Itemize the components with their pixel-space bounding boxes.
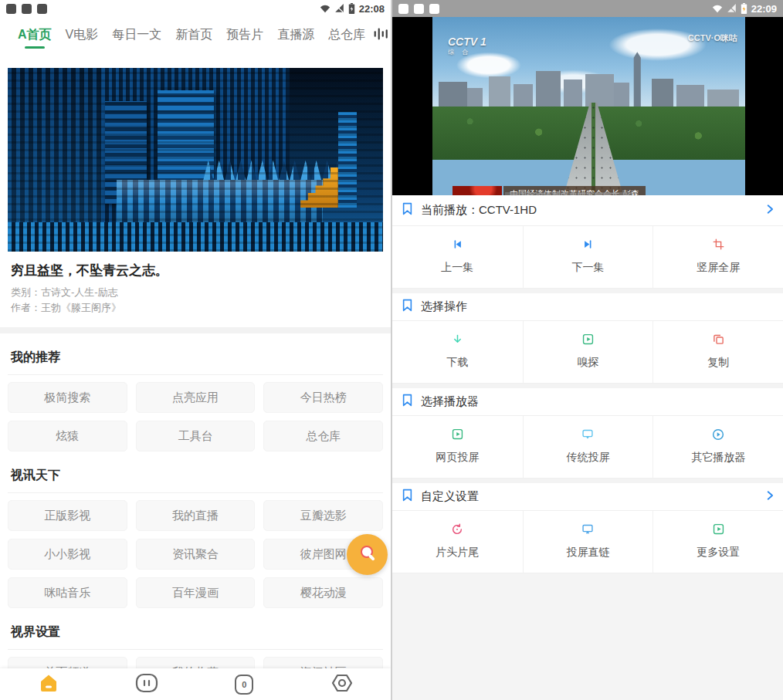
chevron-right-icon [764, 204, 775, 218]
right-phone-screen: 22:09 CCTV 1 综 [392, 0, 783, 700]
action-cell[interactable]: 更多设置 [652, 511, 783, 573]
status-time: 22:09 [751, 3, 777, 15]
tab[interactable]: 预告片 [219, 17, 270, 53]
action-cell[interactable]: 下一集 [523, 226, 653, 288]
action-label: 下一集 [571, 261, 604, 275]
tab[interactable]: 新首页 [168, 17, 219, 53]
shortcut-button[interactable]: 点亮应用 [136, 382, 256, 413]
shortcut-button[interactable]: 百年漫画 [136, 577, 256, 608]
now-playing-label: 当前播放：CCTV-1HD [421, 203, 537, 218]
action-cell[interactable]: 片头片尾 [392, 511, 523, 573]
shortcut-button[interactable]: 豆瓣选影 [263, 500, 383, 531]
notification-square [414, 4, 424, 14]
action-cell[interactable]: 嗅探 [523, 321, 653, 383]
action-label: 网页投屏 [436, 451, 479, 465]
shortcut-button[interactable]: 我的直播 [136, 500, 256, 531]
dual-screenshot-stage: 22:08 A首页V电影每日一文新首页预告片直播源总仓库 穷且益坚，不坠青云之志… [0, 0, 783, 700]
action-cell[interactable]: 下载 [392, 321, 523, 383]
home-icon [38, 673, 59, 696]
channel-watermark: CCTV·O咪咕 [688, 32, 737, 44]
shortcut-button[interactable]: 工具台 [136, 421, 256, 451]
zero-icon: 0 [235, 675, 253, 695]
action-label: 下载 [446, 356, 468, 370]
hairline-divider [8, 492, 383, 493]
video-player[interactable]: CCTV 1 综 合 CCTV·O咪咕 今晚关注 中国经济体制改革研究会会长 彭… [392, 17, 783, 195]
action-cell[interactable]: 复制 [652, 321, 783, 383]
shortcut-button[interactable]: 总仓库 [263, 421, 383, 451]
play-square-icon [713, 522, 724, 536]
tab-active[interactable]: A首页 [11, 17, 59, 53]
top-tab-bar: A首页V电影每日一文新首页预告片直播源总仓库 [0, 17, 391, 53]
decor [8, 68, 383, 252]
action-label: 嗅探 [577, 356, 598, 370]
action-label: 其它播放器 [691, 451, 745, 465]
nav-downloads[interactable]: 0 [195, 668, 293, 700]
action-label: 上一集 [441, 261, 473, 275]
action-cell[interactable]: 其它播放器 [652, 416, 783, 478]
news-globe-graphic: 晚间新闻 [453, 186, 502, 195]
action-label: 投屏直链 [566, 546, 609, 560]
play-square-icon [582, 333, 594, 346]
download-icon [452, 333, 463, 346]
section-header-label: 选择操作 [421, 299, 467, 314]
hairline-divider [8, 649, 383, 650]
shortcut-grid: 正版影视我的直播豆瓣选影小小影视资讯聚合彼岸图网咪咕音乐百年漫画樱花动漫 [0, 500, 391, 608]
decor [564, 79, 582, 110]
status-bar: 22:09 [392, 0, 783, 17]
shortcut-sections: 我的推荐极简搜索点亮应用今日热榜炫猿工具台总仓库视讯天下正版影视我的直播豆瓣选影… [0, 350, 391, 688]
shortcut-button[interactable]: 炫猿 [8, 421, 127, 451]
skip-next-icon [582, 238, 594, 251]
notification-square [6, 4, 16, 14]
action-cell[interactable]: 网页投屏 [392, 416, 523, 478]
shortcut-grid: 极简搜索点亮应用今日热榜炫猿工具台总仓库 [0, 382, 391, 451]
action-grid: 网页投屏传统投屏其它播放器 [392, 416, 783, 479]
pause-icon [135, 673, 158, 696]
now-playing-row[interactable]: 当前播放：CCTV-1HD [392, 195, 783, 226]
tab[interactable]: 直播源 [270, 17, 321, 53]
notification-square [22, 4, 32, 14]
quote-author: 作者：王勃《滕王阁序》 [11, 300, 380, 316]
section-header-label: 自定义设置 [421, 489, 479, 504]
shortcut-button[interactable]: 小小影视 [8, 539, 127, 570]
equalizer-icon[interactable] [372, 26, 391, 45]
section-header[interactable]: 自定义设置 [392, 483, 783, 511]
shortcut-button[interactable]: 咪咕音乐 [8, 577, 127, 608]
shortcut-button[interactable]: 樱花动漫 [263, 577, 383, 608]
nav-live[interactable] [98, 668, 196, 700]
settings-hex-icon [331, 673, 353, 696]
bottom-nav-bar: 0 [0, 668, 391, 700]
shortcut-button[interactable]: 今日热榜 [263, 382, 383, 413]
left-phone-screen: 22:08 A首页V电影每日一文新首页预告片直播源总仓库 穷且益坚，不坠青云之志… [0, 0, 391, 700]
action-cell[interactable]: 竖屏全屏 [652, 226, 783, 288]
section-title: 视讯天下 [11, 468, 380, 484]
shortcut-section: 我的推荐极简搜索点亮应用今日热榜炫猿工具台总仓库 [0, 350, 391, 451]
action-label: 更多设置 [697, 546, 740, 560]
nav-home[interactable] [0, 668, 98, 700]
nav-settings[interactable] [293, 668, 392, 700]
floating-search-button[interactable] [347, 534, 388, 575]
action-cell[interactable]: 传统投屏 [523, 416, 653, 478]
status-indicators: 22:08 [320, 3, 385, 15]
bookmark-icon [402, 202, 413, 218]
shortcut-button[interactable]: 极简搜索 [8, 382, 127, 413]
notification-square [37, 4, 47, 14]
wifi-icon [320, 4, 330, 13]
action-label: 竖屏全屏 [697, 261, 740, 275]
action-cell[interactable]: 上一集 [392, 226, 523, 288]
tab[interactable]: 总仓库 [321, 17, 372, 53]
shortcut-button[interactable]: 资讯聚合 [136, 539, 256, 570]
action-label: 传统投屏 [566, 451, 609, 465]
tab[interactable]: V电影 [59, 17, 106, 53]
notification-icons [398, 4, 439, 14]
hero-image[interactable] [8, 68, 383, 252]
search-icon [358, 543, 378, 566]
action-grid: 上一集下一集竖屏全屏 [392, 226, 783, 289]
tab[interactable]: 每日一文 [105, 17, 168, 53]
video-frame: CCTV 1 综 合 CCTV·O咪咕 今晚关注 中国经济体制改革研究会会长 彭… [432, 17, 745, 195]
skip-previous-icon [452, 238, 463, 251]
shortcut-button[interactable]: 正版影视 [8, 500, 127, 531]
action-cell[interactable]: 投屏直链 [523, 511, 653, 573]
quote-category: 类别：古诗文-人生-励志 [11, 285, 380, 300]
section-header-label: 选择播放器 [421, 394, 479, 409]
chevron-right-icon [764, 490, 775, 504]
